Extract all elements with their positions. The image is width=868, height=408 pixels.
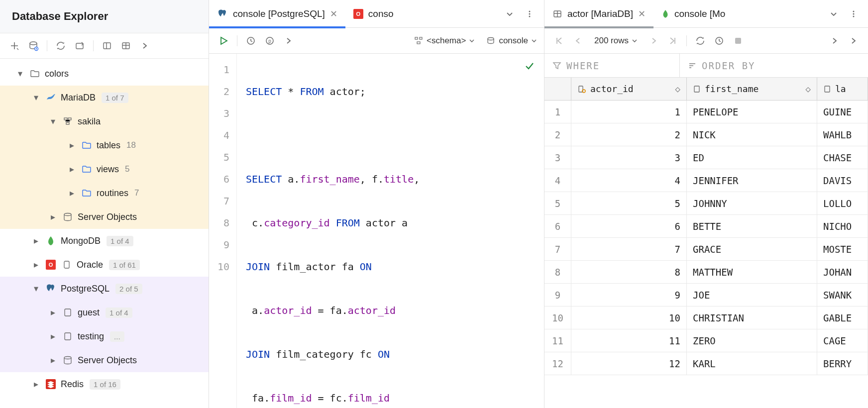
reload-icon[interactable] <box>693 33 708 48</box>
cell-first-name[interactable]: BETTE <box>687 215 817 237</box>
column-header-last-name[interactable]: la <box>817 78 868 100</box>
cell-actor-id[interactable]: 8 <box>571 261 687 283</box>
stop-icon[interactable] <box>731 33 746 48</box>
kebab-menu-icon[interactable] <box>522 6 537 21</box>
chevron-right-icon[interactable] <box>846 33 861 48</box>
cell-actor-id[interactable]: 7 <box>571 238 687 260</box>
history-icon[interactable] <box>243 33 258 48</box>
cell-last-name[interactable]: DAVIS <box>817 169 868 192</box>
table-row[interactable]: 77GRACEMOSTE <box>544 238 868 261</box>
next-page-icon[interactable] <box>647 33 661 48</box>
tree-db-mariadb[interactable]: ▾ MariaDB 1 of 7 <box>0 86 209 109</box>
tree-folder-tables[interactable]: ▸ tables 18 <box>0 133 209 157</box>
tree-folder-routines[interactable]: ▸ routines 7 <box>0 181 209 205</box>
kebab-menu-icon[interactable] <box>846 6 861 21</box>
tree-db-redis[interactable]: ▸ Redis 1 of 16 <box>0 372 209 396</box>
cell-last-name[interactable]: NICHO <box>817 215 868 237</box>
cell-first-name[interactable]: JOHNNY <box>687 192 817 214</box>
tab-console-oracle[interactable]: O conso <box>345 0 402 28</box>
history-icon[interactable] <box>712 33 727 48</box>
tree-db-mongodb[interactable]: ▸ MongoDB 1 of 4 <box>0 229 209 253</box>
tree-pg-server-objects[interactable]: ▸ Server Objects <box>0 348 209 372</box>
table-row[interactable]: 44JENNIFERDAVIS <box>544 169 868 192</box>
expand-right-icon[interactable] <box>137 38 152 53</box>
tab-console-postgresql[interactable]: console [PostgreSQL] ✕ <box>209 0 345 28</box>
chevron-down-icon[interactable] <box>826 6 841 21</box>
tree-server-objects[interactable]: ▸ Server Objects <box>0 205 209 229</box>
table-row[interactable]: 33EDCHASE <box>544 146 868 169</box>
run-button[interactable] <box>216 33 231 48</box>
cell-actor-id[interactable]: 2 <box>571 123 687 146</box>
cell-last-name[interactable]: CHASE <box>817 146 868 169</box>
tree-db-testing[interactable]: ▸ testing ... <box>0 324 209 348</box>
cell-last-name[interactable]: BERRY <box>817 352 868 375</box>
tree-schema-sakila[interactable]: ▾ sakila <box>0 109 209 133</box>
table-row[interactable]: 1212KARLBERRY <box>544 352 868 375</box>
cell-actor-id[interactable]: 11 <box>571 329 687 352</box>
table-row[interactable]: 1111ZEROCAGE <box>544 329 868 352</box>
orderby-filter[interactable]: ORDER BY <box>680 54 763 77</box>
cell-first-name[interactable]: JENNIFER <box>687 169 817 192</box>
tree-db-postgresql[interactable]: ▾ PostgreSQL 2 of 5 <box>0 277 209 301</box>
table-row[interactable]: 55JOHNNYLOLLO <box>544 192 868 215</box>
cell-actor-id[interactable]: 9 <box>571 284 687 306</box>
cell-actor-id[interactable]: 5 <box>571 192 687 214</box>
cell-first-name[interactable]: KARL <box>687 352 817 375</box>
tree-db-guest[interactable]: ▸ guest 1 of 4 <box>0 301 209 324</box>
add-datasource-icon[interactable] <box>7 38 22 53</box>
tree-folder-colors[interactable]: ▾ colors <box>0 62 209 86</box>
tab-console-mongo[interactable]: console [Mo <box>653 0 733 28</box>
cell-last-name[interactable]: WAHLB <box>817 123 868 146</box>
datasource-properties-icon[interactable] <box>26 38 41 53</box>
cell-actor-id[interactable]: 6 <box>571 215 687 237</box>
tree-db-oracle[interactable]: ▸ O Oracle 1 of 61 <box>0 253 209 277</box>
cell-last-name[interactable]: GUINE <box>817 101 868 123</box>
cell-first-name[interactable]: JOE <box>687 284 817 306</box>
cell-actor-id[interactable]: 1 <box>571 101 687 123</box>
table-row[interactable]: 99JOESWANK <box>544 284 868 306</box>
code-editor[interactable]: 12345678910 SELECT * FROM actor; SELECT … <box>209 54 544 408</box>
row-count-selector[interactable]: 200 rows <box>594 36 638 46</box>
cell-last-name[interactable]: JOHAN <box>817 261 868 283</box>
cell-first-name[interactable]: CHRISTIAN <box>687 306 817 329</box>
table-view-icon[interactable] <box>118 38 133 53</box>
refresh-icon[interactable] <box>53 38 68 53</box>
chevron-right-icon[interactable] <box>281 33 296 48</box>
cell-actor-id[interactable]: 12 <box>571 352 687 375</box>
tab-actor-mariadb[interactable]: actor [MariaDB] ✕ <box>544 0 653 28</box>
console-selector[interactable]: console <box>486 36 537 46</box>
chevron-down-icon[interactable] <box>502 6 517 21</box>
prev-page-icon[interactable] <box>570 33 585 48</box>
table-row[interactable]: 1010CHRISTIANGABLE <box>544 306 868 329</box>
cell-actor-id[interactable]: 10 <box>571 306 687 329</box>
close-icon[interactable]: ✕ <box>330 8 337 19</box>
cell-first-name[interactable]: PENELOPE <box>687 101 817 123</box>
cell-last-name[interactable]: LOLLO <box>817 192 868 214</box>
table-row[interactable]: 11PENELOPEGUINE <box>544 101 868 123</box>
cell-first-name[interactable]: MATTHEW <box>687 261 817 283</box>
cell-first-name[interactable]: ZERO <box>687 329 817 352</box>
schema-selector[interactable]: <schema> <box>414 36 475 46</box>
code-content[interactable]: SELECT * FROM actor; SELECT a.first_name… <box>237 54 544 408</box>
where-filter[interactable]: WHERE <box>544 54 680 77</box>
chevron-right-icon[interactable] <box>827 33 842 48</box>
last-page-icon[interactable] <box>665 33 680 48</box>
cell-last-name[interactable]: SWANK <box>817 284 868 306</box>
cell-last-name[interactable]: MOSTE <box>817 238 868 260</box>
view-mode-icon[interactable] <box>100 38 114 53</box>
table-row[interactable]: 22NICKWAHLB <box>544 123 868 146</box>
table-row[interactable]: 88MATTHEWJOHAN <box>544 261 868 284</box>
cell-actor-id[interactable]: 4 <box>571 169 687 192</box>
tree-folder-views[interactable]: ▸ views 5 <box>0 157 209 181</box>
column-header-first-name[interactable]: first_name ◇ <box>687 78 817 100</box>
table-row[interactable]: 66BETTENICHO <box>544 215 868 238</box>
cell-last-name[interactable]: CAGE <box>817 329 868 352</box>
jump-to-console-icon[interactable] <box>72 38 87 53</box>
close-icon[interactable]: ✕ <box>638 8 646 19</box>
explain-plan-icon[interactable]: p <box>262 33 277 48</box>
cell-actor-id[interactable]: 3 <box>571 146 687 169</box>
cell-first-name[interactable]: NICK <box>687 123 817 146</box>
first-page-icon[interactable] <box>551 33 566 48</box>
cell-last-name[interactable]: GABLE <box>817 306 868 329</box>
cell-first-name[interactable]: ED <box>687 146 817 169</box>
